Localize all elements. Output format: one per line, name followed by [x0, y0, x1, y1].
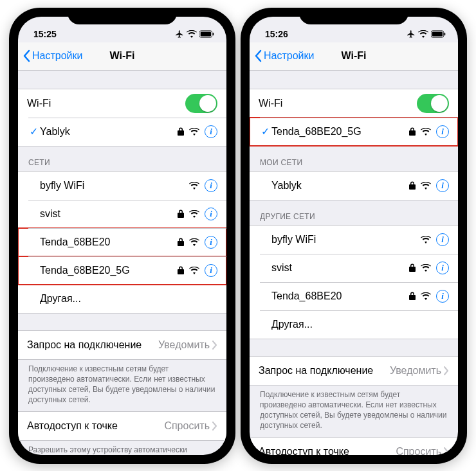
airplane-icon	[407, 30, 416, 39]
network-row[interactable]: Tenda_68BE20i	[18, 228, 226, 256]
ask-to-join-row[interactable]: Запрос на подключение Уведомить	[18, 330, 226, 360]
phone-right: 15:26 Настройки Wi-Fi Wi-Fi ✓	[241, 8, 467, 464]
chevron-right-icon	[212, 422, 217, 431]
network-name: svist	[271, 256, 409, 280]
ask-footer: Подключение к известным сетям будет прои…	[250, 386, 458, 438]
ask-to-join-row[interactable]: Запрос на подключение Уведомить	[250, 356, 458, 386]
chevron-left-icon	[22, 49, 31, 62]
info-icon[interactable]: i	[436, 290, 449, 303]
chevron-right-icon	[212, 341, 217, 350]
networks-group: byfly WiFiisvistiTenda_68BE20iTenda_68BE…	[18, 171, 226, 314]
network-row[interactable]: svisti	[18, 200, 226, 228]
wifi-toggle-group: Wi-Fi ✓ Tenda_68BE20_5G i	[250, 89, 458, 147]
network-name: Tenda_68BE20	[271, 284, 409, 308]
network-row[interactable]: byfly WiFii	[250, 226, 458, 254]
wifi-icon	[189, 238, 199, 246]
network-name: Tenda_68BE20_5G	[40, 258, 178, 283]
info-icon[interactable]: i	[205, 264, 217, 277]
battery-icon	[199, 30, 215, 38]
wifi-icon	[189, 210, 199, 218]
network-name: Tenda_68BE20_5G	[271, 120, 409, 144]
battery-icon	[431, 30, 446, 38]
chevron-right-icon	[444, 366, 449, 375]
svg-rect-4	[432, 31, 443, 36]
wifi-icon	[187, 30, 197, 38]
lock-icon	[409, 127, 416, 136]
network-name: Yablyk	[271, 173, 409, 198]
screen: 15:26 Настройки Wi-Fi Wi-Fi ✓	[250, 17, 458, 455]
network-name: byfly WiFi	[271, 227, 421, 252]
lock-icon	[409, 181, 416, 190]
info-icon[interactable]: i	[436, 125, 449, 138]
wifi-icon	[421, 182, 431, 190]
auto-hotspot-row[interactable]: Автодоступ к точке Спросить	[18, 411, 226, 441]
connected-network-row[interactable]: ✓ Tenda_68BE20_5G i	[250, 118, 458, 146]
wifi-toggle[interactable]	[417, 94, 449, 113]
info-icon[interactable]: i	[205, 125, 217, 138]
nav-bar: Настройки Wi-Fi	[250, 42, 458, 71]
wifi-icon	[189, 128, 199, 136]
lock-icon	[178, 266, 184, 274]
network-name: Другая...	[40, 287, 217, 311]
info-icon[interactable]: i	[205, 208, 217, 220]
network-row[interactable]: Другая...	[18, 285, 226, 313]
network-row[interactable]: Другая...	[250, 310, 458, 339]
phone-left: 15:25 Настройки Wi-Fi Wi-Fi ✓	[9, 8, 235, 464]
content[interactable]: Wi-Fi ✓ Yablyk i СЕТИ byfly WiFiisvistiT…	[18, 71, 226, 455]
wifi-toggle-row[interactable]: Wi-Fi	[18, 89, 226, 118]
network-row[interactable]: Yablyki	[250, 172, 458, 200]
content[interactable]: Wi-Fi ✓ Tenda_68BE20_5G i МОИ СЕТИ Yably…	[250, 71, 458, 455]
info-icon[interactable]: i	[436, 233, 449, 246]
ask-label: Запрос на подключение	[259, 359, 390, 383]
back-button[interactable]: Настройки	[250, 49, 314, 62]
auto-label: Автодоступ к точке	[259, 440, 396, 454]
back-label: Настройки	[264, 50, 314, 62]
wifi-icon	[421, 128, 431, 136]
network-row[interactable]: Tenda_68BE20_5Gi	[18, 256, 226, 285]
checkmark-icon: ✓	[27, 125, 40, 138]
back-button[interactable]: Настройки	[18, 49, 82, 62]
section-networks: СЕТИ	[18, 147, 226, 171]
status-bar: 15:25	[18, 17, 226, 42]
wifi-toggle[interactable]	[185, 94, 217, 113]
back-label: Настройки	[32, 50, 82, 62]
status-time: 15:26	[265, 29, 288, 39]
ask-label: Запрос на подключение	[27, 333, 158, 357]
info-icon[interactable]: i	[205, 179, 217, 192]
screen: 15:25 Настройки Wi-Fi Wi-Fi ✓	[18, 17, 226, 455]
status-icons	[175, 30, 215, 39]
lock-icon	[409, 292, 416, 300]
section-other-networks: ДРУГИЕ СЕТИ	[250, 200, 458, 225]
lock-icon	[409, 263, 416, 272]
lock-icon	[178, 209, 184, 218]
network-name: Другая...	[271, 312, 449, 337]
auto-hotspot-row[interactable]: Автодоступ к точке Спросить	[250, 437, 458, 454]
other-networks-group: byfly WiFiisvistiTenda_68BE20iДругая...	[250, 225, 458, 339]
wifi-toggle-group: Wi-Fi ✓ Yablyk i	[18, 89, 226, 147]
wifi-label: Wi-Fi	[259, 91, 417, 116]
auto-value: Спросить	[396, 446, 441, 454]
auto-value: Спросить	[164, 420, 210, 432]
my-networks-group: Yablyki	[250, 171, 458, 200]
network-name: Tenda_68BE20	[40, 230, 178, 254]
wifi-label: Wi-Fi	[27, 91, 185, 116]
network-name: svist	[40, 202, 178, 226]
section-my-networks: МОИ СЕТИ	[250, 147, 458, 171]
network-row[interactable]: svisti	[250, 254, 458, 282]
wifi-icon	[421, 292, 431, 300]
info-icon[interactable]: i	[205, 236, 217, 249]
network-name: byfly WiFi	[40, 173, 189, 198]
network-row[interactable]: Tenda_68BE20i	[250, 282, 458, 310]
lock-icon	[178, 127, 184, 136]
svg-rect-2	[213, 32, 214, 35]
ask-value: Уведомить	[390, 365, 441, 377]
svg-rect-1	[201, 31, 211, 36]
chevron-right-icon	[444, 447, 449, 454]
svg-rect-5	[444, 32, 446, 35]
network-row[interactable]: byfly WiFii	[18, 172, 226, 200]
wifi-toggle-row[interactable]: Wi-Fi	[250, 89, 458, 118]
connected-network-row[interactable]: ✓ Yablyk i	[18, 118, 226, 146]
wifi-icon	[189, 267, 199, 274]
info-icon[interactable]: i	[436, 262, 449, 274]
info-icon[interactable]: i	[436, 179, 449, 192]
